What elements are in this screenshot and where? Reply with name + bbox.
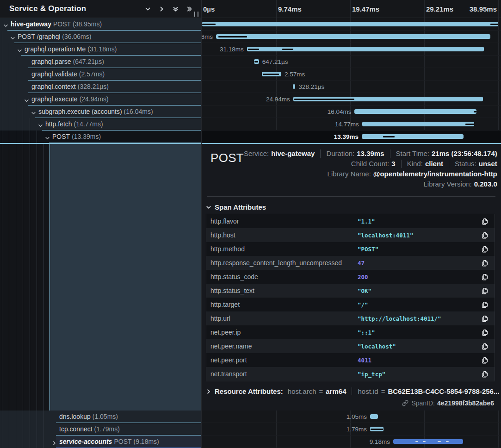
span-timeline-cell[interactable]: 1.05ms xyxy=(201,411,501,423)
span-row[interactable]: graphql.validate(2.57ms) 2.57ms xyxy=(0,68,501,81)
span-name-cell[interactable]: subgraph.execute (accounts)(16.04ms) xyxy=(0,106,201,118)
chevron-down-icon[interactable] xyxy=(24,97,29,105)
indent-guide xyxy=(23,423,23,436)
copy-icon[interactable] xyxy=(474,315,495,322)
collapse-all-icon[interactable] xyxy=(172,6,179,12)
indent-guide xyxy=(23,106,23,118)
span-name-cell[interactable]: service-accountsPOST(9.18ms) xyxy=(0,436,201,448)
span-row[interactable]: hive-gatewayPOST(38.95ms) xyxy=(0,18,501,31)
indent-guide xyxy=(30,436,30,448)
span-duration-text: (36.06ms) xyxy=(60,33,91,40)
span-name-cell[interactable]: POST /graphql(36.06ms) xyxy=(0,31,201,43)
expand-all-icon[interactable] xyxy=(186,6,193,12)
span-name-cell[interactable]: hive-gatewayPOST(38.95ms) xyxy=(0,18,201,31)
span-row[interactable]: POST /graphql(36.06ms) 36.06ms xyxy=(0,31,501,43)
copy-icon[interactable] xyxy=(474,259,495,267)
span-row[interactable]: http.fetch(14.77ms) 14.77ms xyxy=(0,118,501,131)
copy-icon[interactable] xyxy=(474,218,495,225)
attribute-key: http.status_text xyxy=(206,287,358,294)
span-row[interactable]: graphql.parse(647.21µs) 647.21µs xyxy=(0,56,501,68)
span-timeline-cell[interactable] xyxy=(201,18,501,31)
span-name-cell[interactable]: graphql.context(328.21µs) xyxy=(0,81,201,93)
span-timeline-cell[interactable]: 9.18ms xyxy=(201,436,501,448)
chevron-down-icon[interactable] xyxy=(31,109,36,118)
span-bar[interactable] xyxy=(293,84,295,89)
copy-icon[interactable] xyxy=(474,245,495,253)
indent-guide xyxy=(2,411,2,423)
attribute-key: net.peer.name xyxy=(206,342,358,350)
child-span-marker xyxy=(474,111,476,112)
span-name-cell[interactable]: http.fetch(14.77ms) xyxy=(0,118,201,131)
span-meta-value: client xyxy=(425,160,443,168)
chevron-down-icon[interactable] xyxy=(3,22,8,30)
span-bar[interactable] xyxy=(216,34,490,39)
chevron-down-icon[interactable] xyxy=(45,134,50,143)
span-timeline-cell[interactable]: 13.39ms xyxy=(201,131,501,143)
span-name-cell[interactable]: dns.lookup(1.05ms) xyxy=(0,411,201,423)
copy-icon[interactable] xyxy=(474,370,495,378)
span-name-cell[interactable]: graphql.validate(2.57ms) xyxy=(0,68,201,81)
timeline-ruler: 0µs9.74ms19.47ms29.21ms38.95ms xyxy=(201,0,501,18)
span-meta-value: 0.203.0 xyxy=(474,180,497,188)
copy-icon[interactable] xyxy=(474,329,495,336)
span-meta-label: Status: xyxy=(455,160,479,168)
span-timeline-cell[interactable]: 647.21µs xyxy=(201,56,501,68)
indent-guide xyxy=(16,93,16,106)
span-row[interactable]: tcp.connect(1.79ms) 1.79ms xyxy=(0,423,501,436)
span-row[interactable]: graphql.operation Me(31.18ms) 31.18ms xyxy=(0,43,501,56)
span-bar[interactable] xyxy=(354,109,476,114)
span-timeline-cell[interactable]: 2.57ms xyxy=(201,68,501,81)
chevron-right-icon[interactable] xyxy=(52,439,57,448)
attribute-key: net.peer.port xyxy=(206,356,358,364)
span-bar[interactable] xyxy=(202,22,498,26)
copy-icon[interactable] xyxy=(474,273,495,280)
chevron-down-icon[interactable] xyxy=(10,34,15,43)
attribute-row: http.target "/" xyxy=(206,298,495,311)
span-bar[interactable] xyxy=(370,414,378,419)
span-row[interactable]: dns.lookup(1.05ms) 1.05ms xyxy=(0,411,501,423)
span-rows-above: hive-gatewayPOST(38.95ms) POST /graphql(… xyxy=(0,18,501,143)
span-bar[interactable] xyxy=(362,134,464,139)
ruler-tick-label: 38.95ms xyxy=(470,0,497,18)
span-row[interactable]: graphql.context(328.21µs) 328.21µs xyxy=(0,81,501,93)
span-timeline-cell[interactable]: 36.06ms xyxy=(201,31,501,43)
span-timeline-cell[interactable]: 328.21µs xyxy=(201,81,501,93)
copy-icon[interactable] xyxy=(474,342,495,350)
span-name-cell[interactable]: tcp.connect(1.79ms) xyxy=(0,423,201,436)
link-icon[interactable] xyxy=(402,400,408,406)
copy-icon[interactable] xyxy=(474,231,495,239)
child-span-marker xyxy=(202,24,216,25)
expand-one-icon[interactable] xyxy=(158,6,165,12)
span-rows-below: dns.lookup(1.05ms) 1.05ms tcp.connect(1.… xyxy=(0,411,501,448)
span-timeline-cell[interactable]: 24.94ms xyxy=(201,93,501,106)
span-name-cell[interactable]: graphql.operation Me(31.18ms) xyxy=(0,43,201,56)
span-bar[interactable] xyxy=(393,439,463,444)
span-timeline-cell[interactable]: 31.18ms xyxy=(201,43,501,56)
span-row[interactable]: POST(13.39ms) 13.39ms xyxy=(0,131,501,143)
copy-icon[interactable] xyxy=(474,287,495,294)
span-detail-indent-block[interactable] xyxy=(49,144,201,411)
span-duration-text: (2.57ms) xyxy=(77,70,105,78)
span-detail-meta: Service: hive-gateway Duration: 13.39ms … xyxy=(244,149,497,188)
attribute-value: "ip_tcp" xyxy=(358,371,474,378)
chevron-down-icon[interactable] xyxy=(17,47,22,55)
span-name-cell[interactable]: graphql.execute(24.94ms) xyxy=(0,93,201,106)
span-row[interactable]: subgraph.execute (accounts)(16.04ms) 16.… xyxy=(0,106,501,118)
span-row[interactable]: service-accountsPOST(9.18ms) 9.18ms xyxy=(0,436,501,448)
column-resize-handle[interactable] xyxy=(194,12,198,17)
span-duration-text: (328.21µs) xyxy=(76,83,109,90)
copy-icon[interactable] xyxy=(474,356,495,364)
span-attributes-header[interactable]: Span Attributes xyxy=(206,203,494,211)
span-timeline-cell[interactable]: 16.04ms xyxy=(201,106,501,118)
indent-guide xyxy=(16,144,16,411)
span-timeline-cell[interactable]: 14.77ms xyxy=(201,118,501,131)
resource-attributes-row[interactable]: Resource Attributes: host.arch = arm64 h… xyxy=(206,387,494,395)
span-name-cell[interactable]: POST(13.39ms) xyxy=(0,131,201,143)
chevron-down-icon[interactable] xyxy=(38,122,43,130)
copy-icon[interactable] xyxy=(474,301,495,308)
span-row[interactable]: graphql.execute(24.94ms) 24.94ms xyxy=(0,93,501,106)
span-name-cell[interactable]: graphql.parse(647.21µs) xyxy=(0,56,201,68)
span-bar[interactable] xyxy=(362,122,475,126)
span-timeline-cell[interactable]: 1.79ms xyxy=(201,423,501,436)
collapse-one-icon[interactable] xyxy=(144,6,151,12)
